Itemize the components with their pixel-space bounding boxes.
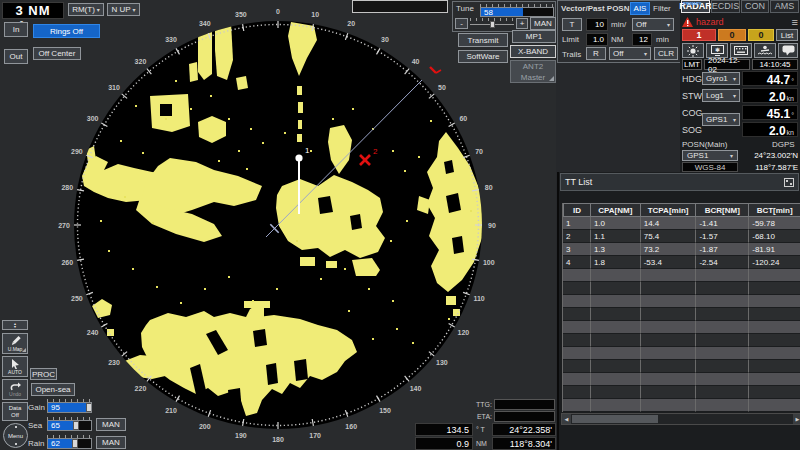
table-row xyxy=(562,282,800,295)
scroll-left-icon[interactable]: ◀ xyxy=(562,414,571,424)
cogsog-source-label: GPS1 xyxy=(706,115,727,124)
hdg-source-label: Gyro1 xyxy=(706,74,728,83)
posn-source-dropdown[interactable]: GPS1▾ xyxy=(682,150,738,161)
rain-slider[interactable]: 62 xyxy=(47,435,92,449)
sog-value: 2.0kn xyxy=(742,122,798,137)
vector-time-value[interactable]: 10 xyxy=(586,18,608,31)
trails-relative-button[interactable]: R xyxy=(586,47,606,60)
range-out-button[interactable]: Out xyxy=(4,49,28,64)
user-map-button[interactable]: U.Map xyxy=(2,333,28,354)
tune-value: 58 xyxy=(484,8,493,17)
table-row[interactable]: 21.175.4-1.57-68.10 xyxy=(562,230,800,243)
tt-cell xyxy=(641,347,697,360)
tune-man-button[interactable]: MAN xyxy=(530,17,556,30)
tt-cell xyxy=(696,295,749,308)
hdg-label: HDG xyxy=(682,74,702,84)
tt-cell: -68.10 xyxy=(749,230,800,243)
range-display[interactable]: 3 NM xyxy=(2,2,64,19)
tt-list-scrollbar[interactable]: ◀ ▶ xyxy=(561,413,800,425)
tt-cell xyxy=(563,295,591,308)
motion-mode-dropdown[interactable]: RM(T)▾ xyxy=(68,3,104,16)
orientation-dropdown[interactable]: N UP▾ xyxy=(107,3,140,16)
data-off-line1: Data xyxy=(9,405,22,412)
data-off-button[interactable]: Data Off xyxy=(2,402,28,421)
rain-man-button[interactable]: MAN xyxy=(96,436,126,449)
cursor-auto-button[interactable]: AUTO xyxy=(2,356,28,377)
sog-label: SOG xyxy=(682,125,702,135)
tune-minus-button[interactable]: - xyxy=(455,18,468,29)
limit-value[interactable]: 1.0 xyxy=(586,33,608,46)
range-in-button[interactable]: In xyxy=(4,22,28,37)
tune-slider[interactable] xyxy=(470,18,514,29)
mp1-box[interactable]: MP1 xyxy=(512,30,556,43)
brightness-button[interactable] xyxy=(682,43,704,58)
alarm-list-button[interactable]: List xyxy=(776,29,798,41)
user-map-label: U.Map xyxy=(8,346,23,352)
past-posn-dropdown[interactable]: Off▾ xyxy=(632,18,674,31)
tt-cell xyxy=(563,360,591,373)
alert-list-icon[interactable]: ≡ xyxy=(792,18,798,26)
menu-button[interactable]: Menu xyxy=(3,423,28,448)
chevron-down-icon: ▾ xyxy=(730,153,733,159)
limit-unit: NM xyxy=(611,35,623,44)
table-row xyxy=(562,295,800,308)
svg-text:2: 2 xyxy=(373,147,378,156)
tab-ecdis[interactable]: ECDIS xyxy=(711,0,740,13)
table-row[interactable]: 41.8-53.4-2.54-120.24 xyxy=(562,256,800,269)
radar-ppi-display[interactable]: 0102030405060708090100110120130140150160… xyxy=(0,0,556,450)
scrollbar-thumb[interactable] xyxy=(572,415,658,423)
tt-cell xyxy=(696,399,749,412)
chevron-down-icon: ▾ xyxy=(733,93,736,99)
tt-cell xyxy=(591,399,641,412)
posn-type: DGPS xyxy=(772,140,795,149)
svg-text:210: 210 xyxy=(165,407,177,414)
gain-slider[interactable]: 95 xyxy=(47,399,92,413)
ais-button[interactable]: AIS xyxy=(630,2,650,15)
message-button[interactable] xyxy=(778,43,798,58)
sea-slider[interactable]: 65 xyxy=(47,417,92,431)
tab-radar[interactable]: RADAR PRIMARY xyxy=(681,0,710,13)
undo-button[interactable]: Undo xyxy=(2,379,28,400)
off-center-button[interactable]: Off Center xyxy=(33,47,81,60)
tt-cell xyxy=(696,386,749,399)
past-interval-value[interactable]: 12 xyxy=(632,33,652,46)
alarm-count-caution[interactable]: 0 xyxy=(748,29,774,41)
tt-cell xyxy=(749,282,800,295)
svg-text:320: 320 xyxy=(135,58,147,65)
table-row xyxy=(562,334,800,347)
tune-plus-button[interactable]: + xyxy=(516,18,528,29)
tab-con[interactable]: CON xyxy=(741,0,769,13)
antenna-selector[interactable]: ANT2 Master xyxy=(510,60,556,83)
tt-cell: 1.1 xyxy=(591,230,641,243)
rings-off-button[interactable]: Rings Off xyxy=(33,24,100,38)
tab-ams[interactable]: AMS xyxy=(770,0,799,13)
filter-label[interactable]: Filter xyxy=(653,4,671,13)
sea-mode-button[interactable]: Open-sea xyxy=(31,383,75,396)
sea-man-button[interactable]: MAN xyxy=(96,418,126,431)
hdg-source-dropdown[interactable]: Gyro1▾ xyxy=(702,72,740,85)
trails-clear-button[interactable]: CLR xyxy=(654,47,678,60)
time-display: 14:10:45 xyxy=(752,59,798,70)
tune-slider-thumb[interactable] xyxy=(490,21,495,28)
cogsog-source-dropdown[interactable]: GPS1▾ xyxy=(702,113,740,126)
trails-dropdown[interactable]: Off▾ xyxy=(609,47,651,60)
tt-cell xyxy=(563,386,591,399)
window-expand-icon[interactable] xyxy=(784,178,794,187)
tt-list-titlebar[interactable]: TT List xyxy=(560,173,799,191)
software-button[interactable]: SoftWare xyxy=(458,50,508,63)
svg-text:220: 220 xyxy=(135,385,147,392)
transmit-button[interactable]: Transmit xyxy=(458,33,508,47)
tt-cell: 4 xyxy=(563,256,591,269)
tt-cell: -1.87 xyxy=(696,243,749,256)
alarm-count-warning[interactable]: 0 xyxy=(718,29,746,41)
proc-box[interactable]: PROC xyxy=(30,368,57,380)
stw-source-dropdown[interactable]: Log1▾ xyxy=(702,89,740,102)
vector-time-true-button[interactable]: T xyxy=(562,18,582,31)
panel-splitter-button[interactable]: ▴▾ xyxy=(2,320,28,330)
alarm-count-critical[interactable]: 1 xyxy=(682,29,716,41)
scroll-right-icon[interactable]: ▶ xyxy=(793,414,800,424)
mob-button[interactable] xyxy=(754,43,776,58)
table-row[interactable]: 31.373.2-1.87-81.91 xyxy=(562,243,800,256)
tt-cell xyxy=(696,282,749,295)
table-row[interactable]: 11.014.4-1.41-59.78 xyxy=(562,217,800,230)
